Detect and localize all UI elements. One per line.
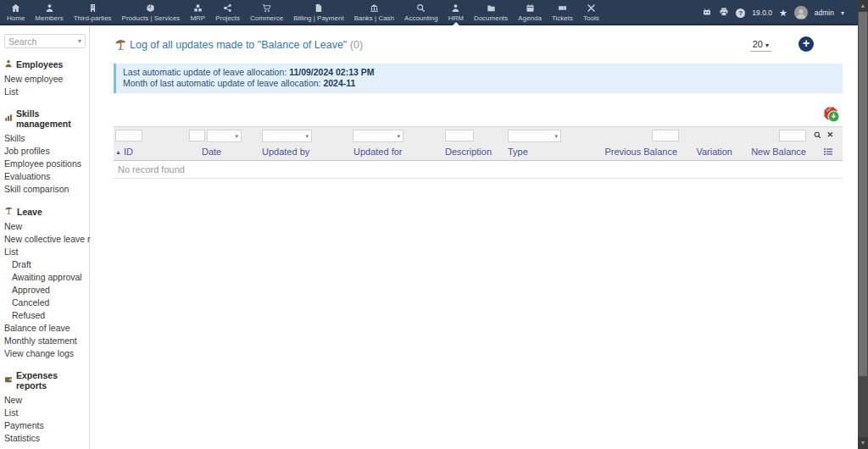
nav-item-accounting[interactable]: Accounting <box>399 0 443 24</box>
nav-item-commerce[interactable]: Commerce <box>245 0 288 24</box>
filter-description-input[interactable] <box>445 130 474 141</box>
sidebar-item-employee-positions[interactable]: Employee positions <box>4 157 86 169</box>
column-header-description[interactable]: Description <box>445 147 492 157</box>
sidebar-item-leave-refused[interactable]: Refused <box>4 308 86 321</box>
sidebar-search-combo[interactable]: Search ▾ <box>4 34 86 48</box>
nav-item-billing-payment[interactable]: Billing | Payment <box>288 0 348 24</box>
sidebar-item-balance-of-leave[interactable]: Balance of leave <box>4 321 86 334</box>
nav-item-hrm[interactable]: HRM <box>443 0 469 24</box>
page-size-select[interactable]: 20 ▾ <box>750 38 771 52</box>
column-label: ID <box>124 147 133 157</box>
filter-updated-for-select[interactable]: ▾ <box>353 130 403 142</box>
title-row: Log of all updates made to "Balance of L… <box>114 36 841 55</box>
info-value: 11/09/2024 02:13 PM <box>289 67 374 77</box>
scroll-up-icon[interactable]: ▲ <box>858 0 868 12</box>
filter-id-input[interactable] <box>115 130 142 141</box>
projects-icon <box>223 3 232 14</box>
nav-item-mrp[interactable]: MRP <box>185 0 210 24</box>
sidebar-item-new-employee[interactable]: New employee <box>4 72 86 85</box>
sidebar-item-leave-new[interactable]: New <box>4 219 86 232</box>
sidebar-item-leave-draft[interactable]: Draft <box>4 258 86 270</box>
table-empty-row: No record found <box>114 161 843 179</box>
column-header-updated-for[interactable]: Updated for <box>353 147 402 157</box>
sidebar-item-skills[interactable]: Skills <box>4 131 86 144</box>
sidebar-item-leave-awaiting-approval[interactable]: Awaiting approval <box>4 270 86 283</box>
column-selector-icon[interactable] <box>823 147 833 158</box>
sidebar-item-expenses-new[interactable]: New <box>4 393 86 406</box>
column-header-new-balance[interactable]: New Balance <box>751 147 806 157</box>
nav-item-label: Tools <box>583 14 599 22</box>
filter-previous-balance-input[interactable] <box>652 130 679 141</box>
scrollbar-thumb[interactable] <box>859 12 867 376</box>
employee-icon <box>4 59 13 69</box>
nav-item-label: Tickets <box>552 14 573 22</box>
sidebar-item-new-collective-leave[interactable]: New collective leave requ… <box>4 232 86 245</box>
search-icon[interactable] <box>814 130 821 141</box>
nav-item-tickets[interactable]: Tickets <box>547 0 578 24</box>
sidebar-item-view-change-logs[interactable]: View change logs <box>4 346 86 359</box>
column-header-variation[interactable]: Variation <box>696 147 732 157</box>
bank-icon <box>370 3 379 14</box>
chevron-down-icon[interactable]: ▾ <box>841 9 844 17</box>
info-line: Month of last automatic update of leave … <box>123 78 836 89</box>
sort-asc-icon: ▲ <box>115 149 121 155</box>
robot-icon[interactable] <box>702 5 712 20</box>
nav-item-projects[interactable]: Projects <box>210 0 245 24</box>
user-menu[interactable]: admin <box>815 8 834 17</box>
filter-updated-by-select[interactable]: ▾ <box>262 130 312 142</box>
chevron-down-icon: ▾ <box>397 133 400 140</box>
section-title-label: Skills management <box>16 108 86 129</box>
print-icon[interactable] <box>719 5 729 20</box>
filter-date-input[interactable] <box>189 130 205 141</box>
sidebar-item-evaluations[interactable]: Evaluations <box>4 169 86 182</box>
info-label: Month of last automatic update of leave … <box>123 78 323 88</box>
bookmark-star-icon[interactable]: ★ <box>779 8 787 18</box>
sidebar-item-expenses-list[interactable]: List <box>4 406 86 419</box>
sidebar-item-expenses-statistics[interactable]: Statistics <box>4 431 86 444</box>
info-box: Last automatic update of leave allocatio… <box>114 64 843 93</box>
sidebar-item-leave-list[interactable]: List <box>4 245 86 258</box>
skills-icon <box>4 114 13 124</box>
nav-item-third-parties[interactable]: Third-parties <box>69 0 117 24</box>
nav-item-products-services[interactable]: Products | Services <box>117 0 186 24</box>
sidebar-item-employee-list[interactable]: List <box>4 85 86 97</box>
vertical-scrollbar[interactable]: ▲ ▼ <box>858 0 868 449</box>
column-header-updated-by[interactable]: Updated by <box>262 147 309 157</box>
sidebar-item-job-profiles[interactable]: Job profiles <box>4 144 86 157</box>
info-line: Last automatic update of leave allocatio… <box>123 67 836 78</box>
sidebar-item-monthly-statement[interactable]: Monthly statement <box>4 334 86 346</box>
nav-item-home[interactable]: Home <box>2 0 30 24</box>
column-header-id[interactable]: ▲ ID <box>115 147 133 157</box>
filter-date-select[interactable]: ▾ <box>207 130 242 142</box>
sidebar-item-skill-comparison[interactable]: Skill comparison <box>4 182 86 195</box>
home-icon <box>11 3 20 14</box>
nav-item-label: Commerce <box>250 14 283 22</box>
scroll-down-icon[interactable]: ▼ <box>858 437 868 449</box>
nav-item-label: Products | Services <box>122 14 181 22</box>
nav-item-agenda[interactable]: Agenda <box>513 0 547 24</box>
export-download-icon[interactable]: PDF <box>823 106 840 123</box>
column-header-type[interactable]: Type <box>508 147 528 157</box>
page-title: Log of all updates made to "Balance of L… <box>130 39 363 51</box>
nav-item-banks-cash[interactable]: Banks | Cash <box>349 0 399 24</box>
info-label: Last automatic update of leave allocatio… <box>123 67 289 77</box>
members-icon <box>45 3 54 14</box>
record-count: (0) <box>350 39 363 51</box>
nav-item-tools[interactable]: Tools <box>578 0 604 24</box>
nav-item-members[interactable]: Members <box>30 0 68 24</box>
sidebar-item-leave-canceled[interactable]: Canceled <box>4 296 86 308</box>
column-header-date[interactable]: Date <box>202 147 221 157</box>
help-icon[interactable]: ? <box>736 8 745 18</box>
main-content: Log of all updates made to "Balance of L… <box>91 25 858 449</box>
column-header-previous-balance[interactable]: Previous Balance <box>604 147 677 157</box>
clear-filters-icon[interactable]: ✕ <box>826 130 833 139</box>
sidebar-item-expenses-payments[interactable]: Payments <box>4 419 86 431</box>
add-record-button[interactable]: + <box>798 36 814 52</box>
nav-item-documents[interactable]: Documents <box>469 0 513 24</box>
filter-new-balance-input[interactable] <box>779 130 806 141</box>
user-avatar[interactable] <box>794 6 808 19</box>
top-navbar: Home Members Third-parties Products | Se… <box>0 0 858 25</box>
sidebar-section-expenses: Expenses reports <box>4 370 86 391</box>
sidebar-item-leave-approved[interactable]: Approved <box>4 283 86 296</box>
filter-type-select[interactable]: ▾ <box>508 130 561 142</box>
